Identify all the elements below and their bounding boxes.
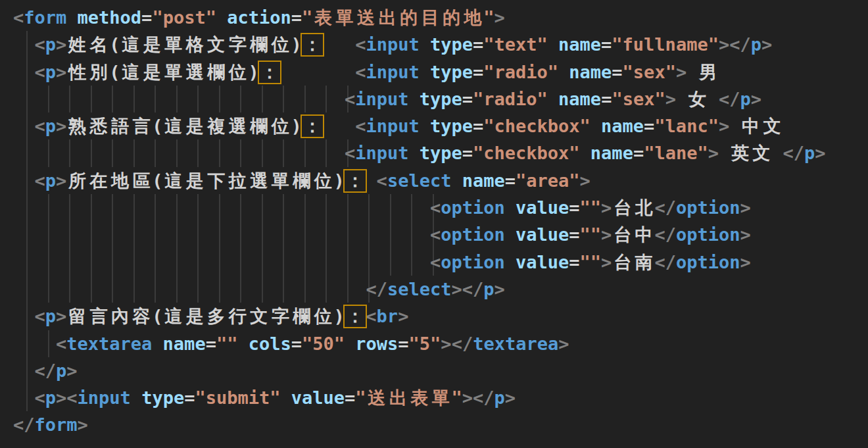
code-token: <	[430, 197, 441, 218]
code-line[interactable]: <p>所在地區(這是下拉選單欄位)： <select name="area">	[13, 167, 868, 194]
code-token	[505, 197, 516, 218]
code-token	[408, 89, 419, 109]
code-token: =	[569, 197, 579, 218]
code-token: "checkbox"	[473, 143, 580, 163]
code-line-content: <input type="radio" name="sex"> 女 </p>	[13, 86, 761, 112]
code-token: type	[430, 34, 473, 55]
code-token: >	[56, 62, 66, 82]
code-token: >	[56, 170, 66, 191]
code-token: >	[494, 7, 505, 28]
code-token: >	[56, 116, 66, 136]
code-token: option	[676, 252, 740, 272]
code-token: value	[516, 197, 569, 218]
code-line[interactable]: <p><input type="submit" value="送出表單"></p…	[13, 384, 868, 411]
unicode-highlight-box: ：	[302, 34, 324, 55]
code-token: >	[740, 252, 750, 272]
code-token: >	[505, 387, 516, 408]
code-token	[152, 334, 162, 354]
code-token: =	[141, 7, 152, 28]
code-token: p	[45, 387, 56, 408]
code-token: >	[56, 34, 66, 55]
code-token: ""	[216, 334, 238, 354]
code-token: form	[24, 7, 66, 28]
code-token: =	[473, 62, 483, 82]
code-token: >	[719, 34, 729, 55]
code-line-content: <textarea name="" cols="50" rows="5"></t…	[13, 330, 569, 357]
code-token: rows	[355, 334, 398, 354]
code-line[interactable]: <input type="radio" name="sex"> 女 </p>	[13, 86, 868, 112]
code-token: </	[654, 197, 676, 218]
code-line[interactable]: <textarea name="" cols="50" rows="5"></t…	[13, 330, 868, 357]
code-token: <	[35, 306, 45, 326]
code-token: p	[751, 34, 761, 55]
code-token	[237, 334, 248, 354]
code-token	[505, 252, 516, 272]
code-token: p	[804, 143, 815, 163]
code-token	[13, 143, 345, 163]
code-line[interactable]: <p>熟悉語言(這是複選欄位)： <input type="checkbox" …	[13, 112, 868, 139]
code-token: </	[729, 34, 751, 55]
code-line-content: </p>	[13, 357, 78, 384]
code-token: >	[452, 279, 462, 299]
code-token: input	[366, 116, 419, 136]
code-line[interactable]: </form>	[13, 411, 868, 438]
code-token: input	[78, 387, 131, 408]
code-token: "text"	[483, 34, 548, 55]
code-line[interactable]: <p>留言內容(這是多行文字欄位)：<br>	[13, 303, 868, 330]
code-line[interactable]: <option value="">台北</option>	[13, 194, 868, 221]
code-token: "送出表單"	[355, 387, 462, 408]
code-line[interactable]: <option value="">台中</option>	[13, 221, 868, 248]
code-token: >	[78, 414, 88, 435]
code-token: =	[644, 116, 654, 136]
code-token	[591, 116, 601, 136]
code-token: form	[35, 414, 78, 435]
code-line[interactable]: <form method="post" action="表單送出的目的地">	[13, 4, 868, 31]
code-token	[345, 334, 355, 354]
code-token	[13, 306, 35, 326]
code-token: type	[430, 62, 473, 82]
code-token	[420, 34, 430, 55]
code-line[interactable]: <option value="">台南</option>	[13, 249, 868, 276]
code-token: </	[462, 279, 484, 299]
code-editor[interactable]: <form method="post" action="表單送出的目的地"> <…	[0, 0, 868, 448]
code-token	[451, 170, 462, 191]
code-line[interactable]: </p>	[13, 357, 868, 384]
code-token: name	[462, 170, 505, 191]
code-token: =	[462, 143, 473, 163]
code-token: =	[398, 334, 408, 354]
code-token: <	[35, 116, 45, 136]
code-token	[323, 116, 355, 136]
code-token: option	[676, 224, 740, 245]
code-token: =	[633, 143, 644, 163]
code-token: value	[516, 224, 569, 245]
code-token: <	[35, 34, 45, 55]
code-token: <	[430, 224, 441, 245]
code-token: p	[740, 89, 750, 109]
code-token: <	[66, 387, 77, 408]
code-token	[13, 34, 35, 55]
code-line[interactable]: <p>性別(這是單選欄位)： <input type="radio" name=…	[13, 59, 868, 86]
code-token: >	[66, 361, 77, 381]
code-line[interactable]: <input type="checkbox" name="lane"> 英文 <…	[13, 139, 868, 166]
code-token: p	[494, 387, 505, 408]
code-token: <	[35, 387, 45, 408]
code-token: >	[580, 170, 591, 191]
code-token: <	[366, 306, 376, 326]
code-token: 中文	[729, 116, 783, 136]
code-line-content: <p>性別(這是單選欄位)： <input type="radio" name=…	[13, 59, 719, 86]
code-token: >	[719, 116, 729, 136]
code-token: =	[462, 89, 473, 109]
code-token: p	[45, 306, 56, 326]
code-token: >	[708, 143, 719, 163]
code-token: type	[430, 116, 473, 136]
unicode-highlight-box: ：	[345, 306, 366, 326]
code-line[interactable]: </select></p>	[13, 276, 868, 303]
code-token: =	[569, 252, 579, 272]
code-token: p	[45, 34, 56, 55]
code-token: >	[441, 334, 451, 354]
code-token: "sex"	[612, 89, 665, 109]
code-line[interactable]: <p>姓名(這是單格文字欄位)： <input type="text" name…	[13, 31, 868, 58]
code-token: >	[761, 34, 772, 55]
code-token: 留言內容(這是多行文字欄位)	[66, 306, 345, 326]
code-token	[580, 143, 591, 163]
